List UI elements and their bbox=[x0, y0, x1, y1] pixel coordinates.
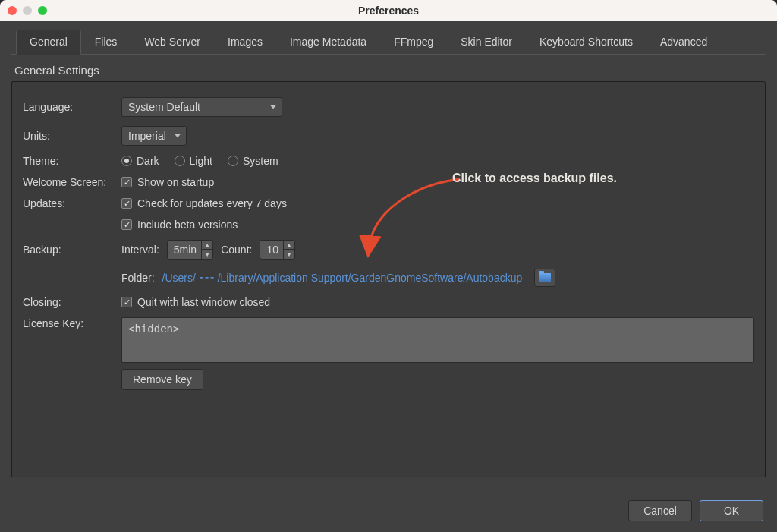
folder-icon bbox=[539, 273, 551, 282]
language-value: System Default bbox=[128, 101, 200, 113]
backup-label: Backup: bbox=[23, 244, 121, 256]
tab-skin-editor[interactable]: Skin Editor bbox=[447, 30, 526, 55]
chevron-down-icon bbox=[175, 134, 181, 138]
window-body: General Files Web Server Images Image Me… bbox=[0, 21, 777, 532]
section-title: General Settings bbox=[11, 55, 766, 81]
theme-radio-system[interactable]: System bbox=[228, 155, 278, 167]
tab-image-metadata[interactable]: Image Metadata bbox=[276, 30, 380, 55]
updates-label: Updates: bbox=[23, 197, 121, 209]
dialog-button-row: Cancel OK bbox=[628, 500, 763, 521]
theme-label: Theme: bbox=[23, 155, 121, 167]
annotation-text: Click to access backup files. bbox=[452, 172, 617, 185]
backup-interval-stepper[interactable]: 5min ▲▼ bbox=[167, 240, 213, 260]
tab-web-server[interactable]: Web Server bbox=[131, 30, 214, 55]
close-icon[interactable] bbox=[8, 6, 17, 15]
stepper-down-icon[interactable]: ▼ bbox=[284, 250, 294, 259]
traffic-lights bbox=[8, 6, 47, 15]
tab-keyboard-shortcuts[interactable]: Keyboard Shortcuts bbox=[526, 30, 646, 55]
units-label: Units: bbox=[23, 130, 121, 142]
stepper-down-icon[interactable]: ▼ bbox=[202, 250, 212, 259]
zoom-icon[interactable] bbox=[38, 6, 47, 15]
closing-label: Closing: bbox=[23, 296, 121, 308]
backup-interval-label: Interval: bbox=[121, 244, 159, 256]
units-value: Imperial bbox=[128, 130, 166, 142]
theme-radio-light[interactable]: Light bbox=[175, 155, 212, 167]
window-titlebar: Preferences bbox=[0, 0, 777, 21]
backup-folder-link[interactable]: /Users/ ⁃⁃⁃ /Library/Application Support… bbox=[162, 272, 523, 284]
stepper-up-icon[interactable]: ▲ bbox=[284, 241, 294, 250]
language-select[interactable]: System Default bbox=[121, 97, 282, 117]
remove-key-button[interactable]: Remove key bbox=[121, 369, 203, 390]
window-title: Preferences bbox=[0, 5, 777, 17]
tab-advanced[interactable]: Advanced bbox=[646, 30, 721, 55]
closing-quit-checkbox[interactable]: ✓Quit with last window closed bbox=[121, 296, 270, 308]
minimize-icon[interactable] bbox=[23, 6, 32, 15]
theme-radio-dark[interactable]: Dark bbox=[121, 155, 159, 167]
language-label: Language: bbox=[23, 101, 121, 113]
updates-check-checkbox[interactable]: ✓Check for updates every 7 days bbox=[121, 197, 287, 209]
cancel-button[interactable]: Cancel bbox=[628, 500, 692, 521]
tab-ffmpeg[interactable]: FFmpeg bbox=[380, 30, 447, 55]
open-folder-button[interactable] bbox=[534, 269, 555, 287]
license-label: License Key: bbox=[23, 317, 121, 329]
tabbar: General Files Web Server Images Image Me… bbox=[11, 29, 766, 55]
backup-folder-label: Folder: bbox=[121, 272, 155, 284]
chevron-down-icon bbox=[270, 105, 276, 109]
units-select[interactable]: Imperial bbox=[121, 126, 187, 146]
welcome-label: Welcome Screen: bbox=[23, 176, 121, 188]
tab-images[interactable]: Images bbox=[214, 30, 276, 55]
ok-button[interactable]: OK bbox=[700, 500, 763, 521]
tab-general[interactable]: General bbox=[16, 30, 81, 55]
general-panel: Language: System Default Units: Imperial… bbox=[11, 81, 766, 477]
stepper-up-icon[interactable]: ▲ bbox=[202, 241, 212, 250]
license-key-field[interactable] bbox=[121, 317, 754, 363]
backup-count-label: Count: bbox=[221, 244, 252, 256]
tab-files[interactable]: Files bbox=[81, 30, 131, 55]
welcome-show-checkbox[interactable]: ✓Show on startup bbox=[121, 176, 214, 188]
backup-count-stepper[interactable]: 10 ▲▼ bbox=[260, 240, 295, 260]
updates-beta-checkbox[interactable]: ✓Include beta versions bbox=[121, 219, 238, 231]
